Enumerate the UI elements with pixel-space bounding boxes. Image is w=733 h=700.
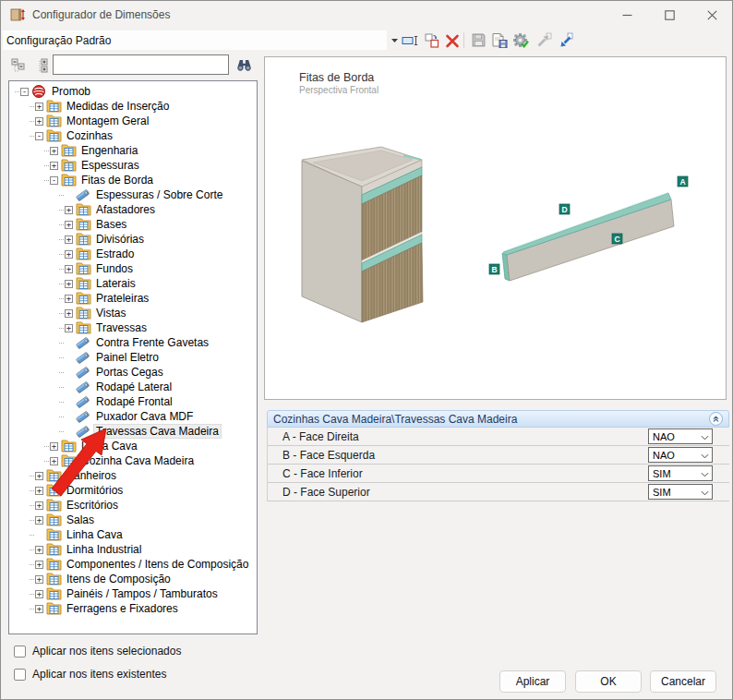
tree-item[interactable]: -Promob [9,84,257,99]
tree-expand-icon[interactable]: + [65,280,73,288]
tree-item[interactable]: +Afastadores [9,202,257,217]
property-value-select[interactable]: NAO [648,428,713,444]
tree-item[interactable]: Espessuras / Sobre Corte [9,187,257,202]
tree-item[interactable]: +Dormitórios [9,483,257,498]
tree-expand-icon[interactable]: + [35,487,43,495]
close-button[interactable] [691,1,733,29]
tree-item[interactable]: +Vistas [9,306,257,320]
maximize-button[interactable] [648,1,691,29]
tree-item[interactable]: Puxador Cava MDF [9,409,257,424]
rename-config-button[interactable] [401,30,420,50]
tree-item[interactable]: -Fitas de Borda [9,173,257,187]
tree-item-label: Banheiros [65,469,118,482]
tree-connector [30,520,34,521]
tree-item[interactable]: Portas Cegas [9,365,257,380]
tree-collapse-icon[interactable]: - [50,176,58,185]
tree-expand-icon[interactable]: + [35,117,43,126]
tree-expand-icon[interactable]: + [35,575,43,584]
property-value-select[interactable]: SIM [648,484,713,500]
tree-item[interactable]: +Bases [9,217,257,232]
tree-item[interactable]: +Divisórias [9,232,257,247]
tree-item[interactable]: +Banheiros [9,468,257,483]
binoculars-find-icon[interactable] [234,56,254,73]
tree-item[interactable]: +Prateleiras [9,291,257,306]
tree-item[interactable]: Painel Eletro [9,350,257,365]
tree-item[interactable]: +Travessas [9,320,257,335]
tree-expand-icon[interactable]: + [35,605,43,613]
checkbox-apply-existing[interactable]: Aplicar nos itens existentes [14,668,166,681]
collapse-all-button[interactable] [10,57,26,74]
tree-expand-icon[interactable]: + [35,561,43,569]
aplicar-button[interactable]: Aplicar [499,670,566,693]
property-value-select[interactable]: NAO [648,447,713,463]
tree-connector [15,91,19,92]
tree-expand-icon[interactable]: + [65,206,73,214]
tree-expand-icon[interactable]: + [65,309,73,318]
tree-expand-icon[interactable]: + [65,295,73,303]
tree-item[interactable]: Travessas Cava Madeira [9,424,257,439]
search-input[interactable] [53,54,229,75]
tree-item[interactable]: +Itens de Composição [9,572,257,586]
tree-item[interactable]: Linha Cava [9,527,257,542]
tree-item[interactable]: +Linha Industrial [9,542,257,557]
tree-expand-icon[interactable]: + [50,162,58,170]
tree-item[interactable]: Rodapé Frontal [9,394,257,409]
tree-collapse-icon[interactable]: - [35,132,43,140]
tree-expand-icon[interactable]: + [35,103,43,111]
tree-item[interactable]: +Medidas de Inserção [9,99,257,114]
checkbox-box[interactable] [14,669,26,681]
tree-item[interactable]: +Componentes / Itens de Composição [9,557,257,572]
tree-item[interactable]: +Escritórios [9,498,257,513]
tree-item-label: Ferragens e Fixadores [65,602,180,615]
tree-expand-icon[interactable]: + [65,235,73,244]
tree-item[interactable]: +Estrado [9,247,257,261]
ok-button[interactable]: OK [575,670,642,693]
expand-all-button[interactable] [36,57,52,74]
property-value: SIM [653,487,671,498]
config-selector-caret-icon[interactable] [387,30,402,50]
receive-down-button[interactable] [556,30,575,50]
property-value-select[interactable]: SIM [648,465,713,481]
chevron-down-icon [701,431,709,442]
tree-item[interactable]: +Montagem Geral [9,114,257,128]
checkbox-box[interactable] [14,646,26,658]
tree-collapse-icon[interactable]: - [20,88,29,96]
tree-item[interactable]: -Cozinhas [9,128,257,143]
tree-item[interactable]: +Painéis / Tampos / Tamburatos [9,586,257,601]
collapse-panel-button[interactable] [709,412,723,426]
tree-item[interactable]: Contra Frente Gavetas [9,335,257,350]
export-file-button[interactable] [490,30,510,50]
tree-item[interactable]: Rodapé Lateral [9,380,257,394]
tree-expand-icon[interactable]: + [35,516,43,525]
tree-expand-icon[interactable]: + [65,250,73,259]
tree-expand-icon[interactable]: + [65,324,73,332]
tree-item[interactable]: +Espessuras [9,158,257,173]
tree-expand-icon[interactable]: + [65,265,73,273]
tree-item[interactable]: +Salas [9,513,257,527]
folder-table-icon [76,261,91,276]
tree-item[interactable]: +Laterais [9,276,257,291]
checkbox-apply-selected[interactable]: Aplicar nos itens selecionados [14,645,181,658]
tree-expand-icon[interactable]: + [50,442,58,451]
tree-item-label: Escritórios [65,499,120,512]
delete-config-button[interactable] [442,30,462,50]
tree-connector [59,402,64,403]
tree-item[interactable]: +Linha Cava [9,439,257,453]
tree-item[interactable]: +Engenharia [9,143,257,158]
tree-expand-icon[interactable]: + [50,457,58,465]
duplicate-config-button[interactable] [422,30,441,50]
tree-item[interactable]: +Ferragens e Fixadores [9,601,257,616]
tree-expand-icon[interactable]: + [35,546,43,554]
apply-config-button[interactable] [511,30,531,50]
tree-connector [59,269,64,270]
tree-expand-icon[interactable]: + [65,221,73,229]
tree-expand-icon[interactable]: + [35,472,43,480]
cancelar-button[interactable]: Cancelar [650,670,716,693]
tree-expand-icon[interactable]: + [35,501,43,510]
tree-item[interactable]: +Cozinha Cava Madeira [9,453,257,468]
tree-item[interactable]: +Fundos [9,261,257,276]
config-selector[interactable]: Configuração Padrão [3,30,387,50]
tree-expand-icon[interactable]: + [35,590,43,598]
tree-expand-icon[interactable]: + [50,147,58,155]
minimize-button[interactable] [606,1,648,29]
